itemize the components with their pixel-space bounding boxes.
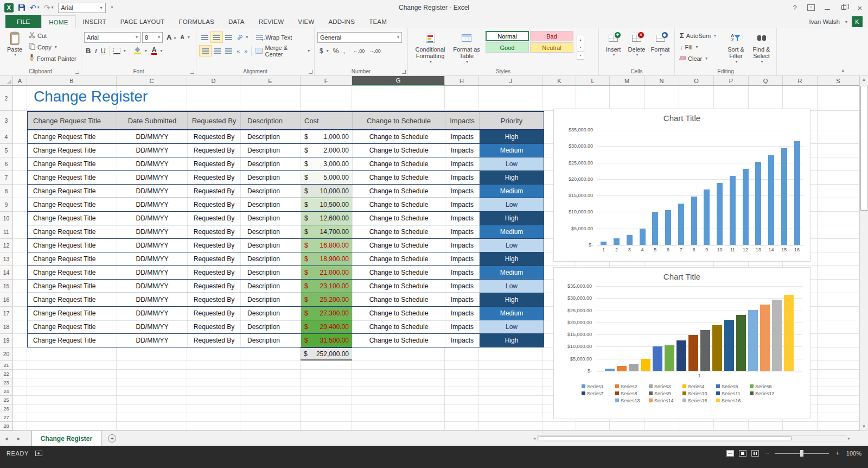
cell-description[interactable]: Description bbox=[241, 320, 301, 333]
cell-request-title[interactable]: Change Request Title bbox=[28, 144, 117, 157]
align-right-button[interactable] bbox=[223, 45, 234, 56]
align-middle-button[interactable] bbox=[210, 31, 223, 43]
scroll-up-arrow[interactable]: ▲ bbox=[860, 76, 868, 84]
decrease-decimal-button[interactable]: →.00 bbox=[367, 45, 383, 56]
undo-button[interactable]: ↶▾ bbox=[30, 4, 40, 11]
decrease-indent-button[interactable]: « bbox=[234, 45, 242, 56]
select-all-button[interactable] bbox=[0, 76, 13, 85]
cell-description[interactable]: Description bbox=[241, 293, 301, 306]
cell-description[interactable]: Description bbox=[241, 307, 301, 320]
save-button[interactable] bbox=[18, 4, 25, 11]
redo-button[interactable]: ↷▾ bbox=[44, 4, 54, 11]
font-size-combo[interactable]: 8▾ bbox=[142, 32, 163, 43]
cell-change-to-schedule[interactable]: Change to Schedule bbox=[353, 334, 445, 347]
vertical-scroll-thumb[interactable] bbox=[860, 86, 867, 211]
ribbon-tab-view[interactable]: VIEW bbox=[291, 15, 321, 28]
cell-priority[interactable]: High bbox=[480, 334, 544, 347]
row-header-9[interactable]: 9 bbox=[0, 198, 13, 212]
cell-impacts[interactable]: Impacts bbox=[445, 239, 480, 252]
cell-request-title[interactable]: Change Request Title bbox=[28, 266, 117, 279]
cell-priority[interactable]: Low bbox=[480, 157, 544, 170]
cell-request-title[interactable]: Change Request Title bbox=[28, 157, 117, 170]
cell-date-submitted[interactable]: DD/MM/YY bbox=[117, 239, 188, 252]
row-header-23[interactable]: 23 bbox=[0, 378, 13, 387]
format-as-table-button[interactable]: Format as Table▾ bbox=[450, 30, 483, 65]
percent-style-button[interactable]: % bbox=[331, 45, 341, 56]
cell-description[interactable]: Description bbox=[241, 239, 301, 252]
cell-impacts[interactable]: Impacts bbox=[445, 185, 480, 198]
find-select-button[interactable]: Find & Select▾ bbox=[749, 30, 774, 65]
worksheet-grid[interactable]: Change Register Chart Title $35,000.00$3… bbox=[0, 86, 859, 431]
cell-request-title[interactable]: Change Request Title bbox=[28, 130, 117, 143]
zoom-slider-thumb[interactable] bbox=[800, 450, 803, 457]
row-header-25[interactable]: 25 bbox=[0, 396, 13, 404]
cell-impacts[interactable]: Impacts bbox=[445, 130, 480, 143]
scroll-down-arrow[interactable]: ▼ bbox=[860, 423, 868, 431]
column-header-G[interactable]: G bbox=[352, 76, 445, 85]
column-header-K[interactable]: K bbox=[543, 76, 576, 85]
cell-priority[interactable]: Medium bbox=[480, 307, 544, 320]
cell-date-submitted[interactable]: DD/MM/YY bbox=[117, 212, 188, 225]
cell-impacts[interactable]: Impacts bbox=[445, 320, 480, 333]
close-button[interactable]: × bbox=[852, 0, 868, 15]
cell-priority[interactable]: Medium bbox=[480, 266, 544, 279]
cell-impacts[interactable]: Impacts bbox=[445, 198, 480, 211]
sheet-nav-right[interactable]: ► bbox=[12, 436, 25, 441]
row-header-28[interactable]: 28 bbox=[0, 422, 13, 431]
cell-cost[interactable]: $5,000.00 bbox=[301, 171, 353, 184]
cell-change-to-schedule[interactable]: Change to Schedule bbox=[353, 171, 445, 184]
cell-requested-by[interactable]: Requested By bbox=[188, 212, 241, 225]
cell-description[interactable]: Description bbox=[241, 212, 301, 225]
chart-cost-by-request[interactable]: Chart Title $35,000.00$30,000.00$25,000.… bbox=[553, 109, 810, 262]
horizontal-scroll-track[interactable] bbox=[537, 435, 846, 441]
copy-button[interactable]: Copy▾ bbox=[27, 41, 79, 53]
cell-requested-by[interactable]: Requested By bbox=[188, 266, 241, 279]
table-header-cell[interactable]: Cost bbox=[301, 112, 353, 129]
avatar[interactable]: K bbox=[852, 16, 863, 27]
column-header-J[interactable]: J bbox=[479, 76, 543, 85]
cell-cost[interactable]: $2,000.00 bbox=[301, 144, 353, 157]
cell-cost[interactable]: $10,000.00 bbox=[301, 185, 353, 198]
sheet-tab-change-register[interactable]: Change Register bbox=[31, 431, 101, 446]
cell-request-title[interactable]: Change Request Title bbox=[28, 171, 117, 184]
user-name[interactable]: Ivan Walsh bbox=[809, 18, 840, 25]
row-header-22[interactable]: 22 bbox=[0, 370, 13, 378]
italic-button[interactable]: I bbox=[92, 45, 99, 56]
cell-cost[interactable]: $29,400.00 bbox=[301, 320, 353, 333]
page-break-view-button[interactable] bbox=[751, 450, 759, 457]
cell-priority[interactable]: Medium bbox=[480, 144, 544, 157]
borders-button[interactable]: ▾ bbox=[111, 45, 128, 56]
cell-change-to-schedule[interactable]: Change to Schedule bbox=[353, 225, 445, 238]
cell-date-submitted[interactable]: DD/MM/YY bbox=[117, 280, 188, 293]
cell-impacts[interactable]: Impacts bbox=[445, 280, 480, 293]
number-dialog-launcher[interactable] bbox=[402, 70, 406, 74]
cell-requested-by[interactable]: Requested By bbox=[188, 157, 241, 170]
cell-style-normal[interactable]: Normal bbox=[486, 31, 529, 41]
row-header-8[interactable]: 8 bbox=[0, 185, 13, 198]
cell-priority[interactable]: Low bbox=[480, 239, 544, 252]
table-header-cell[interactable]: Requested By bbox=[188, 112, 241, 129]
cell-requested-by[interactable]: Requested By bbox=[188, 144, 241, 157]
cell-requested-by[interactable]: Requested By bbox=[188, 293, 241, 306]
cell-cost[interactable]: $1,000.00 bbox=[301, 130, 353, 143]
cell-requested-by[interactable]: Requested By bbox=[188, 320, 241, 333]
macro-record-icon[interactable] bbox=[35, 451, 42, 456]
paste-button[interactable]: Paste▾ bbox=[3, 30, 27, 58]
zoom-level[interactable]: 100% bbox=[846, 450, 861, 457]
font-color-button[interactable]: A▾ bbox=[149, 45, 165, 56]
horizontal-scroll-thumb[interactable] bbox=[539, 437, 792, 440]
chart-cost-series[interactable]: Chart Title $35,000.00$30,000.00$25,000.… bbox=[553, 267, 810, 419]
comma-style-button[interactable]: , bbox=[341, 45, 347, 56]
cell-impacts[interactable]: Impacts bbox=[445, 334, 480, 347]
merge-center-button[interactable]: Merge & Center▾ bbox=[253, 45, 312, 56]
cell-priority[interactable]: High bbox=[480, 293, 544, 306]
cell-cost[interactable]: $27,300.00 bbox=[301, 307, 353, 320]
accounting-format-button[interactable]: $▾ bbox=[317, 45, 331, 56]
row-header-18[interactable]: 18 bbox=[0, 320, 13, 334]
help-button[interactable]: ? bbox=[787, 0, 803, 15]
cell-impacts[interactable]: Impacts bbox=[445, 307, 480, 320]
row-header-15[interactable]: 15 bbox=[0, 280, 13, 293]
orientation-button[interactable]: ab▾ bbox=[234, 31, 250, 43]
cell-change-to-schedule[interactable]: Change to Schedule bbox=[353, 307, 445, 320]
cell-change-to-schedule[interactable]: Change to Schedule bbox=[353, 198, 445, 211]
